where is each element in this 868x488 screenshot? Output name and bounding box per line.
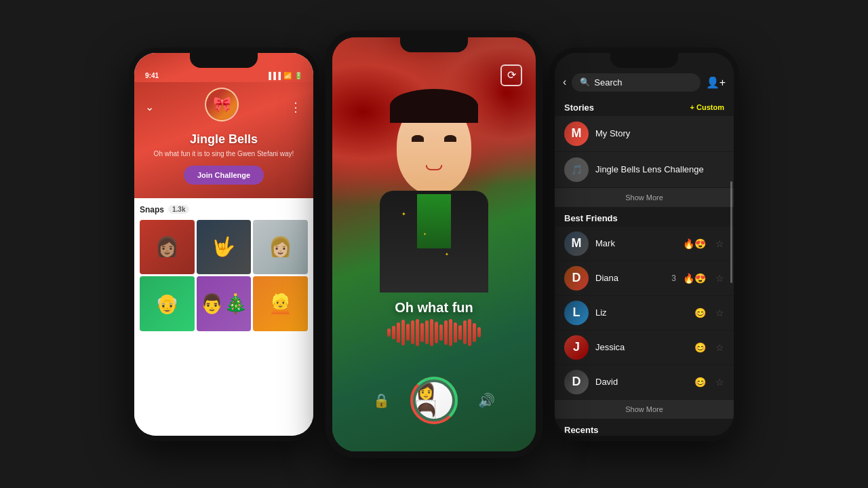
friend-row-jessica[interactable]: J Jessica 😊 ☆ — [555, 331, 734, 364]
join-challenge-button[interactable]: Join Challenge — [184, 166, 264, 185]
diana-avatar: D — [564, 266, 589, 290]
jingle-bells-name: Jingle Bells Lens Challenge — [595, 164, 724, 174]
battery-icon: 🔋 — [294, 72, 302, 79]
liz-avatar: L — [564, 301, 589, 325]
best-friends-section-header: Best Friends — [555, 208, 734, 226]
challenge-subtitle: Oh what fun it is to sing the Gwen Stefa… — [145, 149, 302, 159]
challenge-title: Jingle Bells — [145, 132, 302, 147]
david-avatar: D — [564, 370, 589, 394]
snaps-grid: 👩🏽 🤟 👩🏼 👴 👨🎄 👱 — [140, 220, 308, 331]
wave-bar — [468, 319, 471, 346]
person-silhouette: ✦ ✦ ✦ — [366, 99, 502, 296]
diana-avatar-face: D — [564, 266, 589, 290]
wifi-icon: 📶 — [283, 72, 292, 79]
waveform — [387, 319, 481, 346]
snap-thumb-4[interactable]: 👴 — [140, 276, 195, 331]
stories-section-header: Stories + Custom — [555, 97, 734, 115]
snaps-section: Snaps 1.3k 👩🏽 🤟 👩🏼 👴 👨🎄 — [134, 198, 313, 436]
sound-icon: 🔊 — [478, 392, 495, 409]
stories-show-more[interactable]: Show More — [555, 188, 734, 207]
my-story-avatar-face: M — [564, 121, 589, 146]
record-area: 🔒 👩🦱 🔊 — [373, 377, 495, 424]
search-bar[interactable]: 🔍 Search — [572, 73, 700, 92]
snap-thumb-5[interactable]: 👨🎄 — [197, 276, 252, 331]
thumb-face-1: 👩🏽 — [140, 220, 195, 275]
rotate-camera-icon[interactable]: ⟳ — [500, 64, 522, 86]
snap-thumb-6[interactable]: 👱 — [253, 276, 308, 331]
hero-top-row: ⌄ ⋮ — [145, 88, 302, 127]
wave-bar — [425, 320, 429, 344]
snap-thumb-1[interactable]: 👩🏽 — [140, 220, 195, 275]
phone-search: ‹ 🔍 Search 👤+ Stories + Custom M M — [549, 48, 739, 441]
chevron-down-icon[interactable]: ⌄ — [145, 100, 154, 113]
diana-emoji: 🔥😍 — [683, 273, 706, 284]
liz-avatar-face: L — [564, 301, 589, 325]
avatar-image — [206, 89, 237, 120]
david-star-icon[interactable]: ☆ — [715, 377, 724, 388]
liz-star-icon[interactable]: ☆ — [715, 307, 724, 318]
story-card-jinglebells[interactable]: 🎵 Jingle Bells Lens Challenge — [555, 152, 734, 187]
snaps-header: Snaps 1.3k — [140, 205, 308, 214]
custom-button[interactable]: + Custom — [690, 103, 724, 111]
lyrics-display: Oh what fun — [395, 300, 473, 316]
wave-bar — [439, 324, 443, 341]
wave-bar — [392, 326, 395, 339]
diana-name: Diana — [595, 273, 665, 283]
search-header: ‹ 🔍 Search 👤+ — [555, 53, 734, 97]
my-story-avatar: M — [564, 121, 589, 146]
status-icons: ▐▐▐ 📶 🔋 — [267, 72, 302, 79]
recents-title: Recents — [564, 425, 599, 435]
wave-bar — [430, 319, 433, 346]
waveform-bars — [387, 319, 481, 346]
search-view: ‹ 🔍 Search 👤+ Stories + Custom M M — [555, 53, 734, 436]
friend-row-liz[interactable]: L Liz 😊 ☆ — [555, 296, 734, 330]
record-button[interactable]: 👩🦱 — [410, 377, 458, 424]
add-friend-icon[interactable]: 👤+ — [706, 77, 726, 88]
story-card-mystory[interactable]: M My Story — [555, 116, 734, 151]
signal-icon: ▐▐▐ — [267, 72, 281, 79]
wave-bar — [411, 320, 414, 344]
rotate-icon-symbol: ⟳ — [507, 69, 516, 81]
my-story-name: My Story — [595, 128, 724, 138]
time-display: 9:41 — [145, 72, 159, 79]
wave-bar — [387, 329, 391, 337]
thumb-face-4: 👴 — [140, 276, 195, 331]
jessica-star-icon[interactable]: ☆ — [715, 342, 724, 353]
friend-row-mark[interactable]: M Mark 🔥😍 ☆ — [555, 227, 734, 261]
best-friends-title: Best Friends — [564, 213, 618, 223]
mark-star-icon[interactable]: ☆ — [715, 238, 724, 249]
wave-bar — [397, 322, 400, 343]
snap-thumb-2[interactable]: 🤟 — [197, 220, 252, 275]
recents-section-header: Recents — [555, 419, 734, 436]
wave-bar — [477, 327, 481, 337]
jessica-emoji: 😊 — [694, 342, 706, 353]
liz-emoji: 😊 — [694, 307, 706, 318]
jingle-avatar-emoji: 🎵 — [571, 164, 583, 175]
friends-show-more[interactable]: Show More — [555, 400, 734, 419]
scroll-indicator — [730, 181, 732, 283]
thumb-face-6: 👱 — [253, 276, 308, 331]
record-progress — [410, 377, 458, 424]
wave-bar — [449, 319, 452, 346]
lock-icon: 🔒 — [373, 392, 390, 409]
snaps-count: 1.3k — [168, 205, 189, 214]
back-button[interactable]: ‹ — [563, 76, 566, 88]
search-input-label[interactable]: Search — [594, 77, 622, 88]
wave-bar — [463, 320, 467, 344]
friend-row-david[interactable]: D David 😊 ☆ — [555, 365, 734, 399]
snap-thumb-3[interactable]: 👩🏼 — [253, 220, 308, 275]
more-options-icon[interactable]: ⋮ — [290, 100, 302, 115]
snaps-label: Snaps — [140, 205, 164, 214]
phone-challenge: 9:41 ▐▐▐ 📶 🔋 ⌄ ⋮ Jingle Bells Oh what fu… — [129, 48, 319, 441]
search-icon: 🔍 — [580, 77, 590, 87]
mark-name: Mark — [595, 238, 676, 248]
thumb-face-3: 👩🏼 — [253, 220, 308, 275]
friend-row-diana[interactable]: D Diana 3 🔥😍 ☆ — [555, 261, 734, 295]
mark-avatar-face: M — [564, 231, 589, 256]
wave-bar — [454, 322, 457, 343]
camera-view: ✦ ✦ ✦ ⟳ Oh what fun 🔒 👩🦱 🔊 — [332, 37, 536, 451]
liz-name: Liz — [595, 307, 688, 318]
wave-bar — [416, 319, 419, 346]
jessica-avatar: J — [564, 335, 589, 360]
diana-star-icon[interactable]: ☆ — [715, 273, 724, 284]
